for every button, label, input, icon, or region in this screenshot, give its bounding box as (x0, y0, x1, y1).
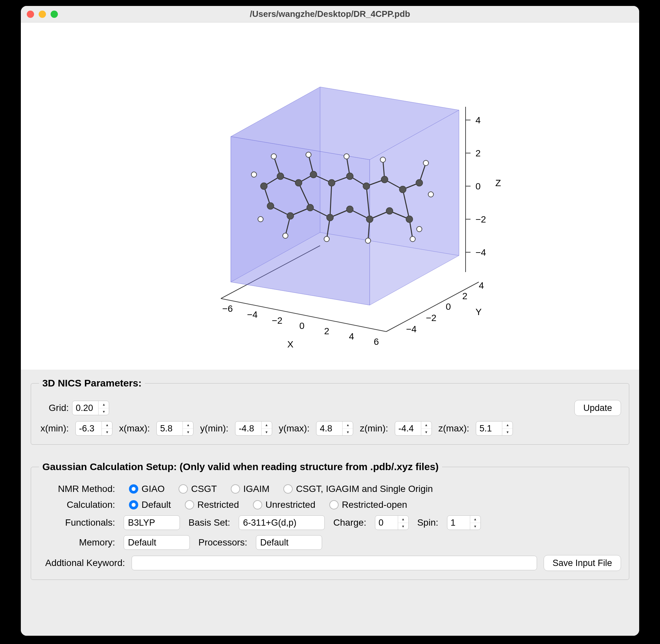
radio-label: CSGT, IGAGIM and Single Origin (296, 484, 433, 494)
xmin-label: x(min): (39, 423, 69, 434)
nmr-giao-radio[interactable]: GIAO (129, 484, 165, 494)
svg-point-62 (406, 216, 413, 223)
svg-point-64 (306, 152, 311, 157)
functionals-input[interactable] (124, 515, 180, 530)
nmr-method-label: NMR Method: (39, 484, 115, 494)
svg-point-71 (410, 236, 415, 242)
svg-point-48 (310, 171, 317, 178)
y-axis-label: Y (476, 307, 482, 317)
svg-point-52 (381, 176, 388, 183)
zmax-stepper[interactable]: ▴▾ (476, 421, 513, 436)
svg-point-51 (363, 183, 370, 189)
calc-restricted-open-radio[interactable]: Restricted-open (329, 500, 407, 510)
processors-input[interactable] (256, 535, 322, 550)
basis-set-input[interactable] (239, 515, 325, 530)
calc-default-radio[interactable]: Default (129, 500, 171, 510)
stepper-arrows-icon[interactable]: ▴▾ (342, 421, 353, 435)
stepper-arrows-icon[interactable]: ▴▾ (502, 421, 513, 435)
memory-input[interactable] (124, 535, 190, 550)
additional-keyword-input[interactable] (132, 556, 537, 570)
xmax-stepper[interactable]: ▴▾ (156, 421, 194, 436)
gaussian-setup-group: Gaussian Calculation Setup: (Only valid … (31, 461, 629, 580)
xmin-input[interactable] (76, 421, 101, 435)
svg-point-46 (277, 173, 284, 180)
svg-point-53 (400, 186, 406, 193)
plot-area[interactable]: 4 2 0 −2 −4 Z 4 2 0 −2 −4 Y −6 −4 −2 (21, 22, 639, 370)
gaussian-legend: Gaussian Calculation Setup: (Only valid … (39, 461, 442, 473)
svg-point-74 (258, 216, 263, 222)
spin-input[interactable] (447, 516, 470, 530)
y-tick: 2 (462, 291, 468, 301)
grid-label: Grid: (39, 402, 69, 413)
update-button[interactable]: Update (574, 400, 621, 416)
xmax-label: x(max): (119, 423, 150, 434)
calc-unrestricted-radio[interactable]: Unrestricted (253, 500, 315, 510)
zmin-label: z(min): (360, 423, 388, 434)
radio-label: IGAIM (243, 484, 270, 494)
stepper-arrows-icon[interactable]: ▴▾ (261, 421, 272, 435)
svg-point-66 (380, 157, 386, 162)
svg-line-3 (386, 282, 479, 331)
ymax-input[interactable] (316, 421, 342, 435)
svg-point-56 (287, 212, 294, 219)
zmax-label: z(max): (438, 423, 469, 434)
zoom-icon[interactable] (51, 10, 58, 18)
stepper-arrows-icon[interactable]: ▴▾ (101, 421, 112, 435)
window-title: /Users/wangzhe/Desktop/DR_4CPP.pdb (21, 9, 639, 19)
minimize-icon[interactable] (39, 10, 46, 18)
memory-label: Memory: (39, 537, 115, 548)
ymax-stepper[interactable]: ▴▾ (316, 421, 353, 436)
spin-label: Spin: (417, 518, 438, 528)
zmin-stepper[interactable]: ▴▾ (395, 421, 432, 436)
molecule-3d-plot[interactable]: 4 2 0 −2 −4 Z 4 2 0 −2 −4 Y −6 −4 −2 (148, 44, 512, 348)
stepper-arrows-icon[interactable]: ▴▾ (98, 401, 109, 415)
grid-input[interactable] (72, 401, 98, 415)
save-input-file-button[interactable]: Save Input File (544, 555, 621, 571)
stepper-arrows-icon[interactable]: ▴▾ (470, 516, 480, 530)
y-tick: −2 (426, 313, 436, 323)
nmr-igaim-radio[interactable]: IGAIM (231, 484, 270, 494)
grid-stepper[interactable]: ▴▾ (72, 401, 109, 415)
stepper-arrows-icon[interactable]: ▴▾ (421, 421, 432, 435)
z-tick: −4 (476, 247, 486, 257)
spin-stepper[interactable]: ▴▾ (447, 515, 481, 530)
radio-label: CSGT (191, 484, 217, 494)
nics-parameters-group: 3D NICS Parameters: Grid: ▴▾ Update x(mi… (31, 377, 629, 445)
close-icon[interactable] (27, 10, 34, 18)
svg-point-68 (283, 233, 288, 238)
z-tick: 0 (476, 181, 481, 191)
svg-point-73 (428, 192, 433, 197)
radio-label: Default (141, 500, 171, 510)
svg-point-67 (423, 160, 429, 166)
calc-restricted-radio[interactable]: Restricted (185, 500, 239, 510)
additional-keyword-label: Addtional Keyword: (39, 558, 125, 568)
charge-stepper[interactable]: ▴▾ (375, 515, 409, 530)
radio-label: Unrestricted (266, 500, 315, 510)
svg-point-45 (260, 183, 267, 189)
z-axis-label: Z (495, 178, 501, 188)
xmin-stepper[interactable]: ▴▾ (75, 421, 112, 436)
stepper-arrows-icon[interactable]: ▴▾ (183, 421, 193, 435)
window-controls (27, 10, 58, 18)
svg-point-70 (365, 238, 371, 243)
svg-point-57 (307, 204, 314, 211)
zmin-input[interactable] (395, 421, 421, 435)
xmax-input[interactable] (157, 421, 183, 435)
ymin-input[interactable] (235, 421, 261, 435)
y-tick: −4 (406, 324, 417, 334)
x-tick: 0 (299, 321, 304, 331)
z-tick: 2 (476, 148, 481, 158)
svg-point-60 (366, 216, 373, 223)
nmr-csgt-radio[interactable]: CSGT (179, 484, 217, 494)
ymin-label: y(min): (200, 423, 228, 434)
svg-point-61 (386, 208, 393, 214)
charge-input[interactable] (375, 516, 398, 530)
processors-label: Processors: (198, 537, 247, 548)
ymin-stepper[interactable]: ▴▾ (235, 421, 272, 436)
zmax-input[interactable] (476, 421, 502, 435)
x-axis-label: X (287, 339, 294, 348)
nmr-all-radio[interactable]: CSGT, IGAGIM and Single Origin (283, 484, 433, 494)
stepper-arrows-icon[interactable]: ▴▾ (398, 516, 408, 530)
svg-point-65 (344, 154, 349, 159)
svg-point-72 (251, 172, 257, 177)
